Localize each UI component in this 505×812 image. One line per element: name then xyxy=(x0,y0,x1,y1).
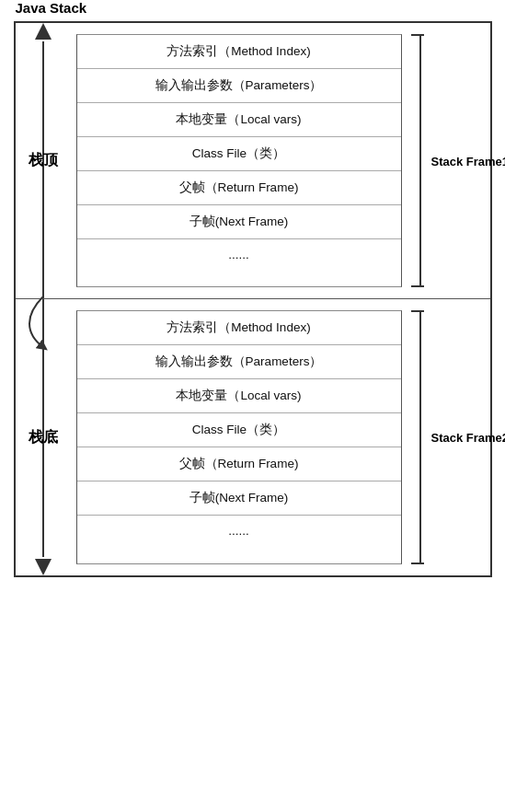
list-item: 子帧(Next Frame) xyxy=(77,205,401,239)
section-top: 栈顶 方法索引（Method Index) 输入输出参数（Parameters）… xyxy=(16,23,490,299)
mid-col-bottom: 方法索引（Method Index) 输入输出参数（Parameters） 本地… xyxy=(76,310,402,564)
section-bottom: 栈底 方法索引（Method Index) 输入输出参数（Parameters）… xyxy=(16,299,490,575)
brace-bottom-line xyxy=(411,285,424,287)
brace-top-line xyxy=(411,34,424,36)
svg-marker-0 xyxy=(35,23,52,40)
brace-vert-line xyxy=(419,312,421,563)
list-item: 方法索引（Method Index) xyxy=(77,311,401,345)
frame-label-1: Stack Frame1 xyxy=(431,154,506,168)
left-col-bottom: 栈底 xyxy=(16,299,71,575)
list-item: ...... xyxy=(77,516,401,546)
list-item: Class File（类） xyxy=(77,137,401,171)
svg-marker-1 xyxy=(35,559,52,575)
main-diagram: 栈顶 方法索引（Method Index) 输入输出参数（Parameters）… xyxy=(14,21,492,577)
bottom-section-label: 栈底 xyxy=(29,428,58,447)
list-item: ...... xyxy=(77,239,401,270)
brace-bottom xyxy=(411,310,430,564)
brace-vert-line xyxy=(419,36,421,285)
list-item: 方法索引（Method Index) xyxy=(77,35,401,69)
arrowhead-up-icon xyxy=(35,23,52,41)
arrowhead-down-icon xyxy=(35,557,52,575)
list-item: 输入输出参数（Parameters） xyxy=(77,345,401,379)
list-item: Class File（类） xyxy=(77,413,401,447)
brace-bottom-line xyxy=(411,563,424,564)
list-item: 父帧（Return Frame) xyxy=(77,171,401,205)
page-title: Java Stack xyxy=(14,0,492,16)
right-col-bottom: Stack Frame2 xyxy=(407,299,490,575)
brace-top xyxy=(411,34,430,287)
left-col-top: 栈顶 xyxy=(16,23,71,298)
brace-top-line xyxy=(411,310,424,312)
list-item: 子帧(Next Frame) xyxy=(77,481,401,516)
list-item: 本地变量（Local vars) xyxy=(77,379,401,413)
right-col-top: Stack Frame1 xyxy=(407,23,490,298)
frame-label-2: Stack Frame2 xyxy=(431,431,506,445)
mid-col-top: 方法索引（Method Index) 输入输出参数（Parameters） 本地… xyxy=(76,34,402,287)
list-item: 输入输出参数（Parameters） xyxy=(77,69,401,103)
diagram-container: Java Stack 栈顶 方法索引（Method Index) 输入输出参数（… xyxy=(14,0,492,577)
list-item: 父帧（Return Frame) xyxy=(77,447,401,481)
top-section-label: 栈顶 xyxy=(29,151,58,170)
list-item: 本地变量（Local vars) xyxy=(77,103,401,137)
